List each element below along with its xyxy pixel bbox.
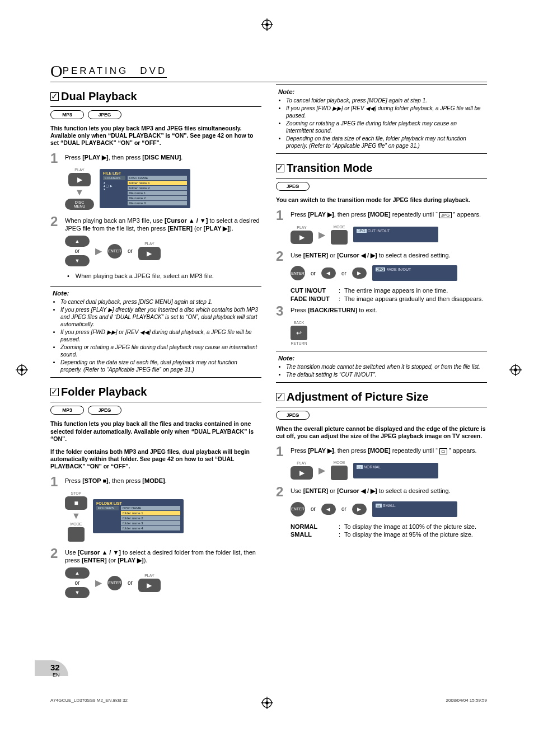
note-heading: Note:: [53, 290, 259, 297]
transition-step3: Press [BACK/RETURN] to exit.: [291, 305, 377, 317]
or-label: or: [311, 506, 316, 512]
print-file: A74GCUE_LD370SS8 M2_EN.indd 32: [50, 698, 128, 703]
format-tag-mp3: MP3: [50, 406, 84, 415]
note-item: Depending on the data size of each file,…: [60, 359, 259, 373]
step-number: 1: [50, 476, 60, 488]
label-return: RETURN: [291, 341, 307, 345]
cursor-down-icon: ▼: [65, 255, 90, 266]
transition-definitions: CUT IN/OUT:The entire image appears in o…: [291, 287, 487, 303]
stop-button-icon: ■: [65, 496, 87, 510]
step-number: 2: [50, 215, 60, 233]
arrow-right-icon: ▶: [318, 229, 325, 240]
note-heading: Note:: [278, 88, 485, 95]
cursor-up-icon: ▲: [65, 567, 90, 579]
dual-step2: When playing back an MP3 file, use [Curs…: [65, 215, 261, 233]
print-timestamp: 2008/04/04 15:59:59: [446, 698, 487, 703]
step-number: 1: [276, 445, 286, 458]
adjust-intro: When the overall picture cannot be displ…: [276, 425, 487, 440]
folder-step2: Use [Cursor ▲ / ▼] to select a desired f…: [65, 547, 261, 565]
enter-button-icon: ENTER: [291, 502, 305, 516]
illustration-adjust-step2: ENTER or ◀ or ▶ ▭ SMALL: [291, 501, 487, 517]
arrow-right-icon: ▶: [95, 577, 102, 588]
section-title-transition: ✓Transition Mode: [276, 162, 487, 175]
arrow-right-icon: ▶: [95, 246, 102, 256]
svg-point-11: [514, 368, 517, 372]
note-item: To cancel dual playback, press [DISC MEN…: [60, 298, 259, 306]
note-box-dual: Note: To cancel dual playback, press [DI…: [50, 286, 261, 378]
adjust-step1: Press [PLAY ▶], then press [MODE] repeat…: [291, 445, 477, 458]
or-label: or: [341, 270, 346, 276]
cursor-right-icon: ▶: [352, 504, 367, 515]
note-list-transition: The transition mode cannot be switched w…: [286, 363, 485, 378]
chapter-heading: OPERATING DVD: [50, 62, 487, 82]
note-box-transition: Note: The transition mode cannot be swit…: [276, 351, 487, 383]
transition-step1: Press [PLAY ▶], then press [MODE] repeat…: [291, 209, 481, 222]
label-play: PLAY: [74, 168, 84, 172]
illustration-transition-step1: PLAY ▶ ▶ MODE JPG CUT IN/OUT: [291, 225, 487, 245]
osd-adjust-normal: ▭ NORMAL: [353, 463, 438, 478]
step-number: 1: [276, 209, 286, 222]
print-metadata: A74GCUE_LD370SS8 M2_EN.indd 32 2008/04/0…: [50, 698, 487, 703]
illustration-dual-step1: PLAY ▶ ▼ DISC MENU FILE LIST FOLDERS ▲◀ …: [65, 168, 261, 210]
checkbox-icon: ✓: [50, 92, 59, 101]
play-button-icon: ▶: [138, 247, 161, 260]
section-rule: [50, 402, 261, 402]
cursor-right-icon: ▶: [352, 267, 367, 279]
or-label: or: [341, 506, 346, 512]
mode-button-icon: [68, 527, 85, 542]
transition-step2: Use [ENTER] or [Cursor ◀ / ▶] to select …: [291, 250, 451, 262]
note-box-folder: Note: To cancel folder playback, press […: [276, 84, 487, 154]
back-return-button-icon: ↩: [291, 326, 307, 340]
format-tag-jpeg: JPEG: [276, 411, 310, 420]
or-label: or: [128, 248, 133, 254]
step-number: 2: [50, 547, 60, 565]
note-item: To cancel folder playback, press [MODE] …: [286, 97, 485, 104]
mode-button-icon: [331, 230, 348, 245]
note-item: Depending on the data size of each file,…: [286, 135, 485, 149]
cursor-left-icon: ◀: [321, 504, 336, 515]
arrow-down-icon: ▼: [75, 187, 84, 198]
or-label: or: [128, 580, 133, 586]
illustration-dual-step2: ▲ or ▼ ▶ ENTER or PLAY ▶: [65, 236, 261, 266]
step-number: 2: [276, 250, 286, 262]
mode-button-icon: [331, 466, 348, 480]
label-play: PLAY: [297, 461, 306, 465]
play-button-icon: ▶: [68, 173, 91, 186]
or-label: or: [75, 580, 80, 586]
enter-button-icon: ENTER: [291, 266, 305, 280]
illustration-transition-step2: ENTER or ◀ or ▶ JPG FADE IN/OUT: [291, 265, 487, 281]
adjust-step2: Use [ENTER] or [Cursor ◀ / ▶] to select …: [291, 486, 451, 498]
registration-mark-icon: [16, 364, 28, 376]
illustration-transition-step3: BACK ↩ RETURN: [291, 321, 487, 345]
section-title-dual: ✓Dual Playback: [50, 90, 261, 103]
note-item: Zooming or rotating a JPEG file during d…: [60, 344, 259, 358]
label-mode: MODE: [71, 522, 82, 526]
enter-button-icon: ENTER: [107, 576, 122, 590]
note-item: If you press [PLAY ▶] directly after you…: [60, 306, 259, 328]
cursor-up-icon: ▲: [65, 236, 90, 247]
folder-intro1: This function lets you play back all the…: [50, 420, 261, 442]
step-number: 1: [50, 152, 60, 165]
registration-mark-icon: [261, 18, 273, 31]
chapter-drop-cap: O: [50, 62, 63, 80]
dual-sub-bullet: • When playing back a JPEG file, select …: [67, 272, 261, 280]
note-item: The default setting is “CUT IN/OUT”.: [286, 371, 485, 378]
step-number: 2: [276, 486, 286, 498]
page-number: 32 EN: [50, 663, 60, 678]
play-button-icon: ▶: [291, 231, 313, 244]
illustration-folder-step1: STOP ■ ▼ MODE FOLDER LIST FOLDERS DISC N…: [65, 491, 261, 542]
checkbox-icon: ✓: [50, 388, 59, 396]
osd-transition-cut: JPG CUT IN/OUT: [353, 227, 438, 242]
osd-adjust-small: ▭ SMALL: [372, 501, 457, 517]
note-heading: Note:: [278, 355, 485, 361]
svg-point-3: [265, 23, 269, 26]
osd-folder-list: FOLDER LIST FOLDERS DISC NAME folder nam…: [93, 499, 184, 533]
osd-file-list: FILE LIST FOLDERS ▲◀ ◯ ▶▼ DISC NAME fold…: [100, 169, 190, 208]
label-mode: MODE: [334, 225, 345, 229]
play-button-icon: ▶: [291, 466, 313, 480]
play-button-icon: ▶: [138, 579, 161, 592]
format-tag-jpeg: JPEG: [88, 406, 121, 415]
illustration-adjust-step1: PLAY ▶ ▶ MODE ▭ NORMAL: [291, 461, 487, 480]
format-tag-jpeg: JPEG: [276, 182, 310, 191]
label-stop: STOP: [71, 491, 82, 495]
